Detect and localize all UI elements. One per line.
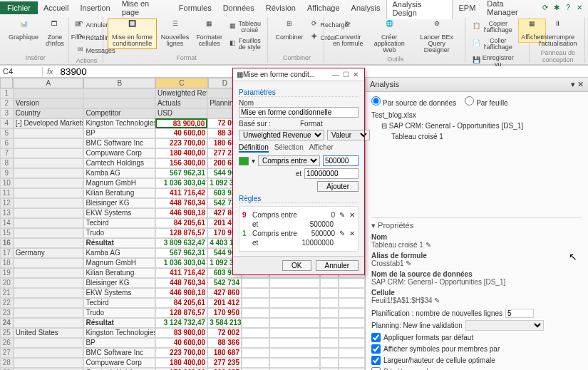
panel-close-icon[interactable]: ✕: [577, 80, 584, 88]
value2-input[interactable]: [304, 168, 359, 179]
tree-datasource[interactable]: ⊟ SAP CRM: General - Opportunities [DS_1…: [371, 120, 582, 131]
interrompre-button[interactable]: ⏸Interrompre l'actualisation: [534, 19, 582, 49]
name-box[interactable]: C4: [0, 67, 43, 76]
col-header-c[interactable]: C: [155, 78, 207, 88]
rule-item[interactable]: 1 Compris entre500000 ✎✕: [242, 230, 355, 237]
prop-cell-value: Feuil1!$A$1:$H$34 ✎: [371, 297, 582, 304]
settings-icon[interactable]: ✱: [552, 4, 561, 12]
table-row[interactable]: 21EKW Systems446 908,18427 860: [0, 288, 365, 298]
datasource-tree[interactable]: Test_blog.xlsx ⊟ SAP CRM: General - Oppo…: [371, 110, 582, 142]
pivot-icon: ▦: [229, 23, 236, 31]
dialog-app-icon: ▦: [237, 71, 243, 78]
tab-definition[interactable]: Définition: [239, 143, 269, 153]
ok-button[interactable]: OK: [282, 260, 311, 271]
bex-icon: ⚙: [430, 21, 443, 34]
chk-optimal-size[interactable]: Largeur/hauteur de cellule optimale: [371, 356, 582, 365]
combiner-button[interactable]: ⊞Combiner: [272, 19, 306, 43]
chk-show-symbols[interactable]: Afficher symboles pour membres par: [371, 344, 582, 354]
tableau-croise-button[interactable]: ▦Tableau croisé: [227, 19, 265, 36]
format-select[interactable]: Valeur: [327, 130, 370, 140]
pause-icon: ⏸: [552, 21, 564, 34]
rules-list: 9 Compris entre0 ✎✕ et500000 1 Compris e…: [239, 206, 359, 252]
rule-delete-icon[interactable]: ✕: [349, 230, 355, 237]
table-row[interactable]: 28Compuware Corp180 400,00277 235: [0, 358, 365, 368]
tab-file[interactable]: Fichier: [0, 1, 38, 14]
graphique-button[interactable]: 📊Graphique: [6, 19, 41, 43]
nouvelles-lignes-button[interactable]: ☰Nouvelles lignes: [158, 19, 192, 49]
rule-edit-icon[interactable]: ✎: [339, 230, 345, 237]
tree-file[interactable]: Test_blog.xlsx: [371, 110, 582, 120]
tab-selection[interactable]: Sélection: [274, 143, 304, 153]
dialog-maximize-icon[interactable]: ☐: [341, 71, 351, 78]
tab-epm[interactable]: EPM: [453, 1, 481, 14]
color-swatch[interactable]: [239, 157, 249, 165]
tab-revision[interactable]: Révision: [260, 1, 301, 14]
operator-select[interactable]: Compris entre: [258, 155, 320, 166]
paste-icon: 📄: [473, 40, 480, 48]
tab-analysis-design[interactable]: Analysis Design: [386, 0, 453, 19]
dialog-close-icon[interactable]: ✕: [351, 71, 361, 78]
close-icon[interactable]: ✕: [575, 4, 584, 12]
tab-insertion[interactable]: Insertion: [74, 1, 115, 14]
fx-icon[interactable]: fx: [43, 67, 58, 76]
group-inserer-label: Insérer: [6, 54, 66, 61]
reload-icon: ⟳: [310, 21, 319, 29]
tab-formules[interactable]: Formules: [173, 1, 217, 14]
swatch-dropdown-icon[interactable]: ▾: [252, 157, 255, 165]
par-source-radio[interactable]: Par source de données: [371, 99, 456, 107]
col-header-a[interactable]: A: [13, 78, 83, 88]
formula-icon: 🙮: [341, 21, 354, 34]
chk-repeat-members[interactable]: Répéter membres: [371, 367, 582, 370]
table-row[interactable]: 23Trudo128 876,57170 950: [0, 308, 365, 318]
create-icon: ✚: [310, 34, 319, 42]
tab-analysis[interactable]: Analysis: [346, 1, 386, 14]
tab-affichage[interactable]: Affichage: [301, 1, 346, 14]
mise-en-forme-conditionnelle-button[interactable]: 🔲Mise en forme conditionnelle: [108, 19, 156, 49]
rule-edit-icon[interactable]: ✎: [339, 211, 345, 219]
table-row[interactable]: 20Bleisinger KG448 760,34542 734: [0, 278, 365, 288]
table-row[interactable]: 25United StatesKingston Technologies83 9…: [0, 328, 365, 338]
convertir-formule-button[interactable]: 🙮Convertir en formule: [329, 19, 367, 49]
base-label: Basé sur :: [239, 120, 297, 128]
formater-cellules-button[interactable]: ▦Formater cellules: [193, 19, 225, 49]
copier-affichage-button[interactable]: 📋Copier l'affichage: [470, 19, 517, 36]
tree-crosstab[interactable]: Tableau croisé 1: [371, 131, 582, 142]
tab-afficher[interactable]: Afficher: [309, 143, 334, 153]
coller-affichage-button[interactable]: 📄Coller l'affichage: [470, 36, 517, 53]
creer-app-web-button[interactable]: 🌐Créer application Web: [368, 19, 410, 56]
annuler-button[interactable]: Annuler: [316, 260, 359, 271]
refresh-icon[interactable]: ⟳: [541, 4, 550, 12]
planning-lines-input[interactable]: [505, 309, 534, 318]
tab-data-manager[interactable]: Data Manager: [481, 0, 541, 19]
table-row[interactable]: 27BMC Software Inc223 700,00180 687: [0, 348, 365, 358]
lancer-bex-button[interactable]: ⚙Lancer BEx Query Designer: [411, 19, 462, 56]
col-header-b[interactable]: B: [83, 78, 155, 88]
dialog-titlebar[interactable]: ▦ Mise en forme condit... — ☐ ✕: [233, 68, 364, 81]
table-row[interactable]: 26BP40 600,0088 366: [0, 338, 365, 348]
dialog-footer: OK Annuler: [233, 256, 364, 274]
par-feuille-radio[interactable]: Par feuille: [465, 99, 507, 107]
tab-donnees[interactable]: Données: [217, 1, 260, 14]
value1-input[interactable]: [323, 155, 359, 166]
ajouter-button[interactable]: Ajouter: [317, 181, 359, 192]
properties-header[interactable]: Propriétés: [378, 221, 413, 230]
newline-validation-select[interactable]: [465, 320, 544, 331]
help-icon[interactable]: ?: [564, 4, 572, 12]
rule-delete-icon[interactable]: ✕: [349, 211, 355, 219]
copy-icon: 📋: [473, 23, 480, 31]
nom-input[interactable]: [239, 107, 359, 118]
feuilles-style-button[interactable]: ◧Feuilles de style: [227, 36, 265, 53]
tab-mise-en-page[interactable]: Mise en page: [116, 0, 173, 19]
dialog-minimize-icon[interactable]: —: [331, 71, 341, 78]
tab-accueil[interactable]: Accueil: [38, 1, 74, 14]
select-all-corner[interactable]: [0, 78, 13, 88]
dialog-tabs: Définition Sélection Afficher: [239, 143, 359, 153]
chk-default-formats[interactable]: Appliquer formats par défaut: [371, 333, 582, 342]
group-combiner-label: Combiner: [272, 54, 321, 61]
rule-item[interactable]: 9 Compris entre0 ✎✕: [242, 211, 355, 219]
panel-dropdown-icon[interactable]: ▾: [571, 80, 575, 88]
table-row[interactable]: 24Résultat3 124 732,473 584 213: [0, 318, 365, 328]
base-select[interactable]: Unweighted Revenue: [239, 130, 324, 140]
table-row[interactable]: 22Tecbird84 205,61201 412: [0, 298, 365, 308]
zone-infos-button[interactable]: 🗔Zone d'infos: [43, 19, 67, 49]
